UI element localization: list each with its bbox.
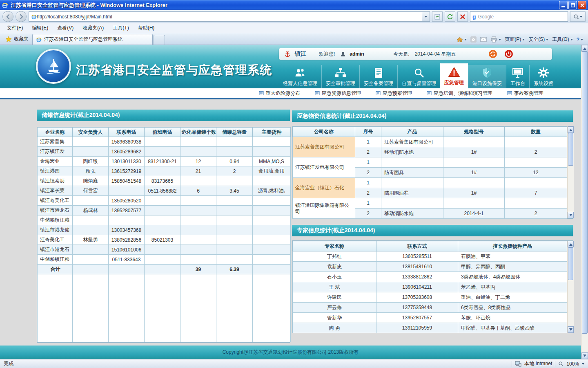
tank-table-row[interactable]: 镇江港国顾弘13615272919212食用油,食用 [38,166,291,176]
supplies-no-cell: 2 [355,188,381,198]
supplies-table-row[interactable]: 镇江港国际集装箱有限公司1 [293,198,567,209]
search-button[interactable] [570,11,586,22]
scroll-up-icon[interactable] [581,45,588,52]
experts-table-row[interactable]: 许建民13705283608重油、白蜡油、丁二烯 [293,292,567,303]
scroll-down-icon[interactable] [568,212,574,218]
experts-table-row[interactable]: 王 斌13906104211苯乙烯、甲基丙 [293,282,567,292]
menu-item[interactable]: 工具(T) [108,23,133,33]
nav-item-magnifier[interactable]: 自查与督查管理 [397,65,440,88]
new-tab-button[interactable] [154,35,165,45]
tank-cell: 13605289682 [109,147,145,157]
tabs-bar: 收藏夹 江苏省港口安全监管与应急管理系统 页面(P) 安全(S) 工具(O) ? [0,33,588,45]
tank-cell [180,176,216,186]
experts-table-row[interactable]: 管新华13952807557苯胺、环己烷 [293,313,567,323]
tank-cell [216,215,253,225]
scroll-track[interactable] [568,166,574,212]
nav-item-monitor[interactable]: 工作台 [506,65,529,88]
menu-item[interactable]: 收藏夹(A) [78,23,108,33]
minimize-button[interactable] [559,1,568,9]
switch-icon[interactable] [488,49,497,58]
maximize-button[interactable] [568,1,577,9]
nav-item-org-chart[interactable]: 安全审批管理 [321,65,359,88]
menu-item[interactable]: 文件(F) [2,23,27,33]
favorites-button[interactable]: 收藏夹 [2,34,32,44]
experts-panel-title: 专家信息统计(截止2014.04.04) [292,225,573,236]
tank-table-row[interactable]: 镇江奇美化工13505280520 [38,196,291,206]
menu-item[interactable]: 帮助(H) [134,23,159,33]
experts-table-row[interactable]: 袁新忠13815481610甲醇、异丙醇、丙酮 [293,262,567,272]
tools-menu-button[interactable]: 工具(O) [552,36,572,43]
scroll-down-icon[interactable] [581,352,588,359]
home-button[interactable] [457,36,467,43]
subnav-item[interactable]: 应急资源信息管理 [315,90,361,97]
nav-item-document[interactable]: 安全备案管理 [359,65,397,88]
doc-small-icon [259,91,264,96]
scroll-thumb[interactable] [568,133,573,166]
experts-table-row[interactable]: 丁邦红13605285511石脑油、甲苯 [293,251,567,262]
nav-item-users[interactable]: 经营人信息管理 [279,65,321,88]
logout-icon[interactable] [504,49,513,58]
tank-table-row[interactable]: 合计396.39 [38,265,291,274]
nav-item-shield[interactable]: 港口设施保安 [468,65,506,88]
supplies-no-cell: 1 [355,137,381,147]
read-mail-button[interactable] [480,37,487,42]
menu-item[interactable]: 查看(V) [53,23,78,33]
supplies-table-row[interactable]: 金海宏业（镇江）石化1 [293,178,567,188]
compatibility-view-button[interactable] [432,11,443,22]
url-dropdown[interactable] [422,12,430,21]
help-button[interactable]: ? [577,37,583,43]
experts-table-row[interactable]: 严云修137753594486类毒害品、8类腐蚀品 [293,303,567,313]
tank-table-row[interactable]: 江奇美化工林坚勇1380528285685021303 [38,235,291,245]
tank-table-row[interactable]: 镇江市港龙石杨成林13952807577 [38,206,291,215]
zoom-level[interactable]: 100% [566,361,579,367]
close-button[interactable] [578,1,586,9]
menu-item[interactable]: 编辑(E) [27,23,53,33]
page-scrollbar[interactable] [581,45,588,359]
tank-table-row[interactable]: 中储粮镇江粮0511-833643 [38,255,291,265]
supplies-table-row[interactable]: 江苏镇江发电有限公司1 [293,157,567,168]
experts-table-row[interactable]: 陶 勇13912105959甲缩醛、甲基异丁基酮、乙酸乙酯 [293,323,567,333]
back-button[interactable] [2,11,13,22]
subnav-item[interactable]: 应急预案管理 [376,90,412,97]
experts-table-row[interactable]: 石小玉133388128623类易燃液体、4类易燃固体 [293,272,567,282]
tank-cell [253,147,291,157]
supplies-table-row[interactable]: 江苏索普集团有限公司1江苏索普集团有限公司 [293,137,567,147]
tank-table-row[interactable]: 中储粮镇江粮 [38,215,291,225]
scroll-thumb[interactable] [568,247,573,280]
tank-column-header: 危化品储罐个数 [180,128,216,137]
print-button[interactable] [490,36,501,43]
tank-cell: 0511-833643 [109,255,145,265]
refresh-button[interactable] [445,11,455,22]
scroll-thumb[interactable] [582,52,588,334]
scroll-up-icon[interactable] [568,241,574,247]
tank-table-row[interactable]: 镇江市港龙储13003457368 [38,225,291,235]
safety-menu-button[interactable]: 安全(S) [528,36,548,43]
forward-button[interactable] [16,11,27,22]
scroll-up-icon[interactable] [568,126,574,133]
tank-table-row[interactable]: 江苏镇江发13605289682 [38,147,291,157]
url-field[interactable]: http://localhost:8080/yjpt/Main.html [29,11,430,22]
search-input[interactable]: g Google [470,11,568,22]
tank-table-row[interactable]: 金海宏业陶红暾1301301133083121300-21120.94MMA,M… [38,157,291,166]
tank-cell [109,186,145,196]
zoom-dropdown-icon[interactable] [582,363,584,366]
experts-scrollbar[interactable] [567,241,574,333]
tank-table-row[interactable]: 镇江市港龙石15106101006 [38,245,291,255]
tank-table-row[interactable]: 江苏索普集15896380938 [38,137,291,147]
subnav-item[interactable]: 重大危险源分布 [259,90,300,97]
tank-cell [253,235,291,245]
scroll-track[interactable] [581,334,588,352]
scroll-track[interactable] [568,280,574,326]
feeds-button[interactable] [470,36,477,43]
tank-table-row[interactable]: 镇江李长荣何雪宏0511-85688263.45沥青,燃料油, [38,186,291,196]
subnav-item[interactable]: 事故案例管理 [507,90,543,97]
nav-item-gear[interactable]: 系统设置 [529,65,557,88]
nav-item-warning[interactable]: 应急管理 [440,63,468,88]
subnav-item[interactable]: 应急培训、演练和演习管理 [427,90,492,97]
stop-button[interactable] [457,11,468,22]
supplies-scrollbar[interactable] [567,126,574,218]
page-menu-button[interactable]: 页面(P) [505,36,525,43]
tank-table-row[interactable]: 镇江恒泰沥陈炳庭1585045154883173665 [38,176,291,186]
browser-tab[interactable]: 江苏省港口安全监管与应急管理系统 [32,34,153,45]
scroll-down-icon[interactable] [568,326,574,333]
